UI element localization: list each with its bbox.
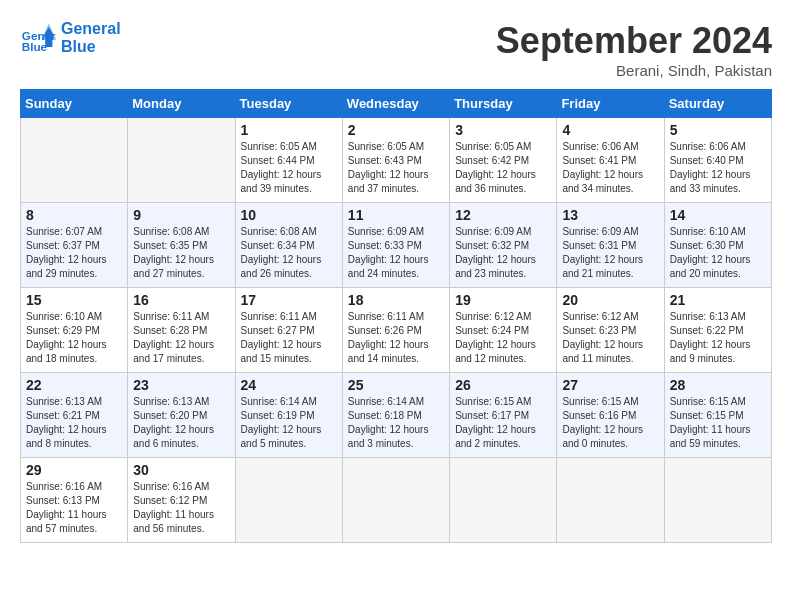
- day-info: Sunrise: 6:08 AM Sunset: 6:34 PM Dayligh…: [241, 225, 337, 281]
- day-info: Sunrise: 6:12 AM Sunset: 6:23 PM Dayligh…: [562, 310, 658, 366]
- day-number: 24: [241, 377, 337, 393]
- day-info: Sunrise: 6:13 AM Sunset: 6:20 PM Dayligh…: [133, 395, 229, 451]
- logo-line1: General: [61, 20, 121, 38]
- day-number: 21: [670, 292, 766, 308]
- day-info: Sunrise: 6:11 AM Sunset: 6:27 PM Dayligh…: [241, 310, 337, 366]
- calendar-header: SundayMondayTuesdayWednesdayThursdayFrid…: [21, 90, 772, 118]
- day-cell: 25Sunrise: 6:14 AM Sunset: 6:18 PM Dayli…: [342, 373, 449, 458]
- day-info: Sunrise: 6:09 AM Sunset: 6:31 PM Dayligh…: [562, 225, 658, 281]
- day-cell: 15Sunrise: 6:10 AM Sunset: 6:29 PM Dayli…: [21, 288, 128, 373]
- day-info: Sunrise: 6:06 AM Sunset: 6:41 PM Dayligh…: [562, 140, 658, 196]
- day-info: Sunrise: 6:05 AM Sunset: 6:42 PM Dayligh…: [455, 140, 551, 196]
- day-number: 23: [133, 377, 229, 393]
- day-number: 20: [562, 292, 658, 308]
- day-info: Sunrise: 6:06 AM Sunset: 6:40 PM Dayligh…: [670, 140, 766, 196]
- day-cell: 14Sunrise: 6:10 AM Sunset: 6:30 PM Dayli…: [664, 203, 771, 288]
- day-cell: [342, 458, 449, 543]
- day-info: Sunrise: 6:11 AM Sunset: 6:26 PM Dayligh…: [348, 310, 444, 366]
- col-header-thursday: Thursday: [450, 90, 557, 118]
- day-cell: 12Sunrise: 6:09 AM Sunset: 6:32 PM Dayli…: [450, 203, 557, 288]
- day-cell: 17Sunrise: 6:11 AM Sunset: 6:27 PM Dayli…: [235, 288, 342, 373]
- day-number: 8: [26, 207, 122, 223]
- day-number: 9: [133, 207, 229, 223]
- day-cell: 18Sunrise: 6:11 AM Sunset: 6:26 PM Dayli…: [342, 288, 449, 373]
- day-cell: 13Sunrise: 6:09 AM Sunset: 6:31 PM Dayli…: [557, 203, 664, 288]
- day-number: 13: [562, 207, 658, 223]
- day-cell: [664, 458, 771, 543]
- header-row: SundayMondayTuesdayWednesdayThursdayFrid…: [21, 90, 772, 118]
- day-number: 15: [26, 292, 122, 308]
- day-number: 18: [348, 292, 444, 308]
- day-cell: 21Sunrise: 6:13 AM Sunset: 6:22 PM Dayli…: [664, 288, 771, 373]
- col-header-tuesday: Tuesday: [235, 90, 342, 118]
- day-number: 4: [562, 122, 658, 138]
- day-number: 29: [26, 462, 122, 478]
- logo: General Blue General Blue: [20, 20, 121, 57]
- week-row-5: 29Sunrise: 6:16 AM Sunset: 6:13 PM Dayli…: [21, 458, 772, 543]
- day-info: Sunrise: 6:11 AM Sunset: 6:28 PM Dayligh…: [133, 310, 229, 366]
- page-header: General Blue General Blue September 2024…: [20, 20, 772, 79]
- col-header-friday: Friday: [557, 90, 664, 118]
- day-number: 26: [455, 377, 551, 393]
- day-cell: 9Sunrise: 6:08 AM Sunset: 6:35 PM Daylig…: [128, 203, 235, 288]
- day-number: 12: [455, 207, 551, 223]
- day-info: Sunrise: 6:05 AM Sunset: 6:43 PM Dayligh…: [348, 140, 444, 196]
- day-cell: 5Sunrise: 6:06 AM Sunset: 6:40 PM Daylig…: [664, 118, 771, 203]
- day-number: 14: [670, 207, 766, 223]
- month-title: September 2024: [496, 20, 772, 62]
- day-info: Sunrise: 6:14 AM Sunset: 6:19 PM Dayligh…: [241, 395, 337, 451]
- day-info: Sunrise: 6:10 AM Sunset: 6:30 PM Dayligh…: [670, 225, 766, 281]
- day-number: 17: [241, 292, 337, 308]
- day-number: 1: [241, 122, 337, 138]
- day-info: Sunrise: 6:12 AM Sunset: 6:24 PM Dayligh…: [455, 310, 551, 366]
- day-cell: [235, 458, 342, 543]
- day-cell: 3Sunrise: 6:05 AM Sunset: 6:42 PM Daylig…: [450, 118, 557, 203]
- calendar-body: 1Sunrise: 6:05 AM Sunset: 6:44 PM Daylig…: [21, 118, 772, 543]
- logo-icon: General Blue: [20, 20, 56, 56]
- day-info: Sunrise: 6:15 AM Sunset: 6:16 PM Dayligh…: [562, 395, 658, 451]
- day-cell: 28Sunrise: 6:15 AM Sunset: 6:15 PM Dayli…: [664, 373, 771, 458]
- day-info: Sunrise: 6:14 AM Sunset: 6:18 PM Dayligh…: [348, 395, 444, 451]
- day-number: 16: [133, 292, 229, 308]
- day-cell: [21, 118, 128, 203]
- day-cell: [557, 458, 664, 543]
- day-cell: 30Sunrise: 6:16 AM Sunset: 6:12 PM Dayli…: [128, 458, 235, 543]
- col-header-sunday: Sunday: [21, 90, 128, 118]
- day-cell: 11Sunrise: 6:09 AM Sunset: 6:33 PM Dayli…: [342, 203, 449, 288]
- day-info: Sunrise: 6:10 AM Sunset: 6:29 PM Dayligh…: [26, 310, 122, 366]
- week-row-3: 15Sunrise: 6:10 AM Sunset: 6:29 PM Dayli…: [21, 288, 772, 373]
- day-cell: [450, 458, 557, 543]
- day-cell: 10Sunrise: 6:08 AM Sunset: 6:34 PM Dayli…: [235, 203, 342, 288]
- day-info: Sunrise: 6:09 AM Sunset: 6:33 PM Dayligh…: [348, 225, 444, 281]
- day-info: Sunrise: 6:13 AM Sunset: 6:21 PM Dayligh…: [26, 395, 122, 451]
- week-row-4: 22Sunrise: 6:13 AM Sunset: 6:21 PM Dayli…: [21, 373, 772, 458]
- day-info: Sunrise: 6:16 AM Sunset: 6:13 PM Dayligh…: [26, 480, 122, 536]
- day-cell: 1Sunrise: 6:05 AM Sunset: 6:44 PM Daylig…: [235, 118, 342, 203]
- svg-text:Blue: Blue: [22, 40, 48, 53]
- day-info: Sunrise: 6:13 AM Sunset: 6:22 PM Dayligh…: [670, 310, 766, 366]
- title-block: September 2024 Berani, Sindh, Pakistan: [496, 20, 772, 79]
- day-cell: 8Sunrise: 6:07 AM Sunset: 6:37 PM Daylig…: [21, 203, 128, 288]
- day-cell: 23Sunrise: 6:13 AM Sunset: 6:20 PM Dayli…: [128, 373, 235, 458]
- day-cell: 27Sunrise: 6:15 AM Sunset: 6:16 PM Dayli…: [557, 373, 664, 458]
- week-row-1: 1Sunrise: 6:05 AM Sunset: 6:44 PM Daylig…: [21, 118, 772, 203]
- day-cell: 20Sunrise: 6:12 AM Sunset: 6:23 PM Dayli…: [557, 288, 664, 373]
- col-header-wednesday: Wednesday: [342, 90, 449, 118]
- day-number: 25: [348, 377, 444, 393]
- day-cell: 22Sunrise: 6:13 AM Sunset: 6:21 PM Dayli…: [21, 373, 128, 458]
- day-number: 19: [455, 292, 551, 308]
- day-cell: 19Sunrise: 6:12 AM Sunset: 6:24 PM Dayli…: [450, 288, 557, 373]
- col-header-saturday: Saturday: [664, 90, 771, 118]
- day-info: Sunrise: 6:07 AM Sunset: 6:37 PM Dayligh…: [26, 225, 122, 281]
- day-info: Sunrise: 6:08 AM Sunset: 6:35 PM Dayligh…: [133, 225, 229, 281]
- calendar-table: SundayMondayTuesdayWednesdayThursdayFrid…: [20, 89, 772, 543]
- week-row-2: 8Sunrise: 6:07 AM Sunset: 6:37 PM Daylig…: [21, 203, 772, 288]
- day-info: Sunrise: 6:05 AM Sunset: 6:44 PM Dayligh…: [241, 140, 337, 196]
- day-number: 30: [133, 462, 229, 478]
- day-cell: [128, 118, 235, 203]
- logo-line2: Blue: [61, 38, 121, 56]
- day-number: 22: [26, 377, 122, 393]
- col-header-monday: Monday: [128, 90, 235, 118]
- day-cell: 26Sunrise: 6:15 AM Sunset: 6:17 PM Dayli…: [450, 373, 557, 458]
- day-cell: 16Sunrise: 6:11 AM Sunset: 6:28 PM Dayli…: [128, 288, 235, 373]
